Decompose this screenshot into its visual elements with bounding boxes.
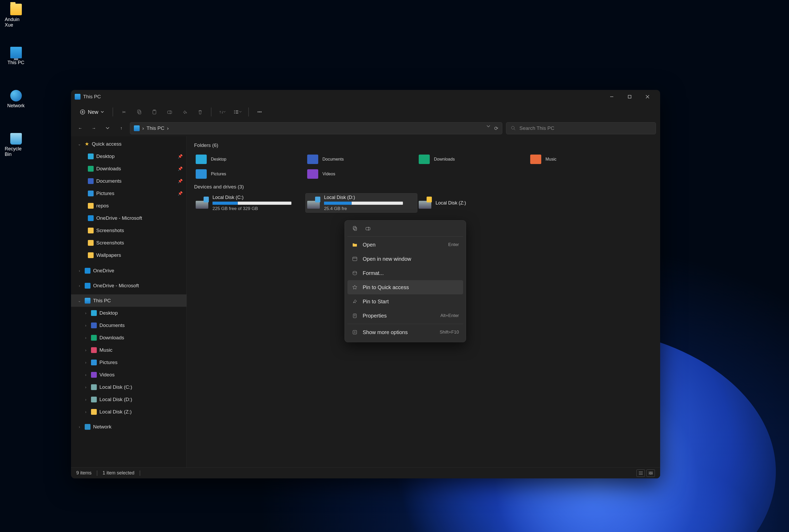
sidebar-item[interactable]: ›Local Disk (C:) bbox=[71, 381, 186, 393]
share-button[interactable] bbox=[178, 107, 191, 117]
ctx-item[interactable]: OpenEnter bbox=[347, 238, 463, 252]
sidebar-item[interactable]: ›Documents bbox=[71, 319, 186, 331]
folder-item[interactable]: Downloads bbox=[417, 152, 529, 167]
sidebar-item[interactable]: Desktop📌 bbox=[71, 150, 186, 163]
sidebar-onedrive-ms[interactable]: ›OneDrive - Microsoft bbox=[71, 280, 186, 292]
drive-item[interactable]: Local Disk (Z:) bbox=[417, 193, 529, 212]
sidebar-item[interactable]: ›Pictures bbox=[71, 356, 186, 368]
desktop-icon-recycle[interactable]: Recycle Bin bbox=[5, 133, 27, 157]
folder-icon bbox=[88, 240, 94, 246]
tiles-view-button[interactable] bbox=[646, 470, 655, 477]
minimize-button[interactable] bbox=[603, 90, 621, 103]
sidebar-thispc[interactable]: ⌄This PC bbox=[71, 294, 186, 307]
ctx-item[interactable]: PropertiesAlt+Enter bbox=[347, 309, 463, 323]
more-button[interactable]: ••• bbox=[253, 107, 266, 117]
ctx-rename-button[interactable] bbox=[363, 224, 373, 233]
folder-item[interactable]: Documents bbox=[306, 152, 417, 167]
sidebar-item[interactable]: ›Local Disk (D:) bbox=[71, 393, 186, 405]
bin-icon bbox=[10, 133, 22, 145]
folders-group-header[interactable]: Folders (6) bbox=[194, 142, 653, 148]
sidebar-item[interactable]: Wallpapers bbox=[71, 249, 186, 261]
sidebar-item[interactable]: Documents📌 bbox=[71, 175, 186, 187]
cut-button[interactable]: ✂ bbox=[117, 107, 130, 117]
folder-icon bbox=[88, 203, 94, 209]
folder-item[interactable]: Pictures bbox=[194, 167, 306, 182]
back-button[interactable]: ← bbox=[75, 123, 85, 133]
svg-rect-22 bbox=[354, 227, 356, 230]
up-button[interactable]: ↑ bbox=[116, 123, 126, 133]
drive-icon bbox=[196, 197, 208, 209]
cloud-icon bbox=[85, 268, 90, 273]
svg-rect-25 bbox=[353, 257, 357, 261]
ctx-item[interactable]: Pin to Start bbox=[347, 294, 463, 309]
sidebar-item[interactable]: Downloads📌 bbox=[71, 163, 186, 175]
ctx-copy-button[interactable] bbox=[350, 224, 360, 233]
folder-icon bbox=[91, 397, 97, 402]
svg-point-27 bbox=[353, 271, 356, 273]
details-view-button[interactable] bbox=[637, 470, 645, 477]
sidebar-item[interactable]: repos bbox=[71, 200, 186, 212]
sidebar-item[interactable]: Screenshots bbox=[71, 224, 186, 236]
folder-icon bbox=[91, 323, 97, 328]
search-input[interactable]: Search This PC bbox=[506, 122, 656, 134]
sidebar-item[interactable]: ›Videos bbox=[71, 368, 186, 381]
desktop-icon-anduin[interactable]: Anduin Xue bbox=[5, 4, 27, 28]
recent-button[interactable] bbox=[103, 123, 113, 133]
refresh-button[interactable]: ⟳ bbox=[494, 126, 498, 131]
sidebar-item[interactable]: ›Local Disk (Z:) bbox=[71, 405, 186, 418]
folder-icon bbox=[196, 155, 207, 164]
svg-rect-8 bbox=[138, 111, 141, 114]
disk-icon bbox=[352, 271, 358, 275]
address-bar[interactable]: › This PC › ⟳ bbox=[130, 122, 502, 134]
copy-button[interactable] bbox=[132, 107, 146, 117]
svg-rect-7 bbox=[137, 110, 140, 113]
folder-icon bbox=[419, 155, 430, 164]
sort-button[interactable]: ↑↓ bbox=[216, 107, 229, 117]
folder-item[interactable]: Music bbox=[529, 152, 640, 167]
svg-rect-23 bbox=[366, 227, 370, 230]
sidebar-item[interactable]: ›Music bbox=[71, 344, 186, 356]
drives-group-header[interactable]: Devices and drives (3) bbox=[194, 184, 653, 190]
context-menu: OpenEnterOpen in new windowFormat...Pin … bbox=[345, 220, 466, 342]
desktop-icon-thispc[interactable]: This PC bbox=[5, 47, 27, 65]
cloud-icon bbox=[85, 283, 90, 289]
forward-button[interactable]: → bbox=[89, 123, 99, 133]
ctx-show-more[interactable]: Show more optionsShift+F10 bbox=[347, 325, 463, 339]
sidebar-quick-access[interactable]: ⌄★Quick access bbox=[71, 138, 186, 150]
sidebar-item[interactable]: ›Downloads bbox=[71, 331, 186, 344]
svg-rect-21 bbox=[353, 226, 356, 229]
content-area: Folders (6) DesktopDocumentsDownloadsMus… bbox=[187, 136, 660, 467]
paste-button[interactable] bbox=[148, 107, 161, 117]
folder-icon bbox=[352, 243, 358, 247]
sidebar: ⌄★Quick accessDesktop📌Downloads📌Document… bbox=[71, 136, 187, 467]
drive-item[interactable]: Local Disk (C:)225 GB free of 329 GB bbox=[194, 193, 306, 212]
maximize-button[interactable] bbox=[621, 90, 639, 103]
toolbar: New ✂ ↑↓ ••• bbox=[71, 103, 660, 120]
svg-point-19 bbox=[512, 127, 514, 129]
ctx-item[interactable]: Format... bbox=[347, 266, 463, 280]
delete-button[interactable] bbox=[194, 107, 207, 117]
status-selected: 1 item selected bbox=[103, 470, 134, 476]
sidebar-item[interactable]: ›Desktop bbox=[71, 307, 186, 319]
drive-item[interactable]: Local Disk (D:)25.4 GB fre bbox=[306, 193, 417, 212]
sidebar-item[interactable]: Pictures📌 bbox=[71, 187, 186, 200]
drive-icon bbox=[419, 197, 431, 209]
new-button[interactable]: New bbox=[75, 107, 108, 117]
folder-icon bbox=[91, 347, 97, 353]
view-button[interactable] bbox=[231, 107, 244, 117]
ctx-item[interactable]: Pin to Quick access bbox=[347, 280, 463, 294]
sidebar-item[interactable]: OneDrive - Microsoft bbox=[71, 212, 186, 224]
breadcrumb[interactable]: This PC bbox=[146, 126, 164, 131]
chevron-down-icon[interactable] bbox=[487, 126, 490, 131]
sidebar-onedrive[interactable]: ›OneDrive bbox=[71, 264, 186, 277]
drive-icon bbox=[307, 197, 320, 209]
desktop-icon-network[interactable]: Network bbox=[5, 90, 27, 109]
folder-item[interactable]: Desktop bbox=[194, 152, 306, 167]
sidebar-item[interactable]: Screenshots bbox=[71, 236, 186, 249]
folder-item[interactable]: Videos bbox=[306, 167, 417, 182]
svg-rect-40 bbox=[651, 473, 653, 475]
close-button[interactable] bbox=[639, 90, 657, 103]
sidebar-network[interactable]: ›Network bbox=[71, 421, 186, 433]
rename-button[interactable] bbox=[163, 107, 176, 117]
ctx-item[interactable]: Open in new window bbox=[347, 252, 463, 266]
